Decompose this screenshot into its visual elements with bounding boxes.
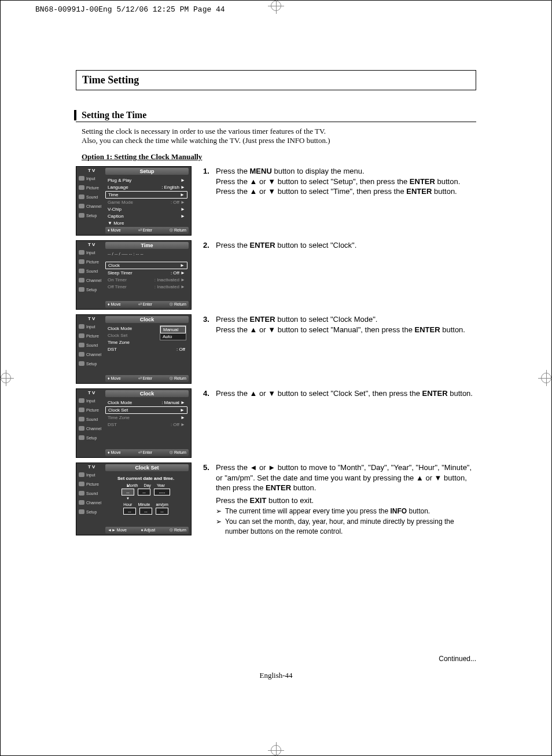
input-icon: [79, 398, 84, 403]
step-3-text: 3. Press the ENTER button to select "Clo…: [203, 314, 476, 335]
picture-icon: [79, 408, 84, 412]
step-4-text: 4. Press the ▲ or ▼ button to select "Cl…: [203, 388, 476, 399]
setup-icon: [79, 509, 84, 514]
subsection-title: Setting the Time: [76, 110, 476, 122]
crop-mark-right: [541, 373, 551, 383]
osd-time: T V Time Input Picture Sound Channel Set…: [76, 240, 192, 310]
month-box: --: [122, 489, 134, 496]
crop-mark-left: [1, 373, 11, 383]
osd-setup: T V Setup Input Picture Sound Channel Se…: [76, 166, 192, 236]
sound-icon: [79, 417, 84, 421]
picture-icon: [79, 333, 84, 338]
subsection-title-text: Setting the Time: [82, 110, 146, 120]
setup-icon: [79, 287, 84, 292]
channel-icon: [79, 500, 84, 505]
picture-icon: [79, 482, 84, 486]
arrow-icon: ➢: [216, 507, 222, 516]
osd-footer: ♦ Move ⏎ Enter ⦾ Return: [105, 227, 189, 234]
arrow-icon: ➢: [216, 517, 222, 535]
osd-clock-set-select: T V Clock Input Picture Sound Channel Se…: [76, 388, 192, 458]
accent-bar: [74, 110, 76, 120]
channel-icon: [79, 352, 84, 357]
setup-icon: [79, 361, 84, 366]
input-icon: [79, 250, 84, 255]
intro-line-2: Also, you can check the time while watch…: [82, 136, 476, 145]
step-row-1: T V Setup Input Picture Sound Channel Se…: [76, 166, 476, 236]
step-row-2: T V Time Input Picture Sound Channel Set…: [76, 240, 476, 310]
page-footer: English-44: [1, 671, 551, 680]
hour-box: --: [123, 508, 136, 515]
clock-mode-popup: Manual Auto: [160, 325, 186, 340]
channel-icon: [79, 426, 84, 431]
sound-icon: [79, 194, 84, 199]
page: BN68-00991J-00Eng 5/12/06 12:25 PM Page …: [0, 0, 552, 756]
clock-status: -- / -- / ---- -- : -- --: [105, 251, 187, 256]
intro-line-1: Setting the clock is necessary in order …: [82, 127, 476, 136]
osd-title: Setup: [105, 168, 189, 175]
step-row-3: T V Clock Input Picture Sound Channel Se…: [76, 314, 476, 384]
day-box: --: [138, 489, 150, 496]
channel-icon: [79, 204, 84, 208]
osd-clock-set: T V Clock Set Input Picture Sound Channe…: [76, 463, 192, 535]
setup-icon: [79, 435, 84, 440]
step-5-text: 5. Press the ◄ or ► button to move to "M…: [203, 463, 476, 536]
channel-icon: [79, 278, 84, 282]
year-box: ----: [154, 489, 170, 496]
setup-icon: [79, 213, 84, 218]
intro-text: Setting the clock is necessary in order …: [76, 127, 476, 145]
clock-set-body: Set current date and time. Month Day Yea…: [105, 476, 186, 515]
sound-icon: [79, 491, 84, 496]
picture-icon: [79, 259, 84, 264]
osd-list: Plug & Play► Language: English ► Time► G…: [105, 177, 187, 226]
osd-sidebar: Input Picture Sound Channel Setup: [79, 176, 102, 218]
crop-mark-top: [271, 1, 281, 11]
option-title: Option 1: Setting the Clock Manually: [76, 152, 476, 162]
print-header: BN68-00991J-00Eng 5/12/06 12:25 PM Page …: [35, 5, 225, 14]
input-icon: [79, 176, 84, 181]
step-row-4: T V Clock Input Picture Sound Channel Se…: [76, 388, 476, 458]
step-1-text: 1. Press the MENU button to display the …: [203, 166, 476, 197]
sound-icon: [79, 269, 84, 273]
step-row-5: T V Clock Set Input Picture Sound Channe…: [76, 463, 476, 536]
content-area: Time Setting Setting the Time Setting th…: [76, 70, 476, 536]
crop-mark-bottom: [271, 745, 281, 755]
section-title: Time Setting: [76, 70, 476, 90]
continued-label: Continued...: [439, 655, 476, 663]
sound-icon: [79, 343, 84, 347]
osd-clock-mode: T V Clock Input Picture Sound Channel Se…: [76, 314, 192, 384]
picture-icon: [79, 185, 84, 190]
input-icon: [79, 472, 84, 477]
step-2-text: 2. Press the ENTER button to select "Clo…: [203, 240, 476, 251]
minute-box: --: [139, 508, 152, 515]
ampm-box: --: [156, 508, 168, 515]
osd-tv-label: T V: [88, 168, 95, 173]
input-icon: [79, 324, 84, 329]
